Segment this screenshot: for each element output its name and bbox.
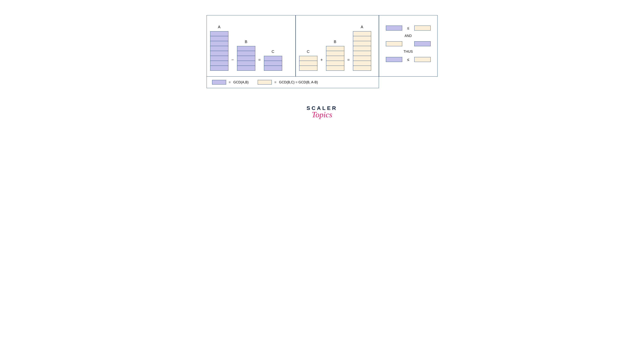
stack-A	[210, 31, 228, 71]
chip-purple	[386, 57, 402, 62]
block	[210, 56, 228, 61]
gcd-euclid-diagram: A − B = C C	[206, 15, 438, 88]
block	[264, 56, 282, 61]
col-B2: B	[326, 40, 344, 71]
rel-leq-2: ≤	[406, 58, 411, 62]
legend-row: = GCD(A,B) = GCD(B,C) = GCD(B, A-B)	[206, 77, 379, 88]
block	[210, 61, 228, 66]
col-A2: A	[353, 25, 371, 71]
block	[353, 41, 371, 46]
label-B: B	[245, 40, 247, 45]
legend-text-1: GCD(A,B)	[233, 80, 248, 84]
plus-op: +	[320, 58, 324, 62]
stack-B2	[326, 46, 344, 71]
legend-item-cream: = GCD(B,C) = GCD(B, A-B)	[258, 80, 318, 85]
relation-row-3: ≤	[382, 57, 434, 62]
block	[210, 36, 228, 41]
word-and: AND	[404, 34, 412, 38]
legend-chip-cream	[258, 80, 272, 85]
label-B2: B	[334, 40, 336, 45]
chip-purple	[414, 41, 430, 46]
block	[210, 31, 228, 36]
block	[353, 66, 371, 71]
relations-list: ≤ AND THUS ≤	[382, 26, 434, 62]
relation-row-2	[382, 41, 434, 46]
rel-leq-1: ≤	[406, 26, 411, 30]
block	[299, 56, 317, 61]
block	[210, 41, 228, 46]
scaler-topics-logo: SCALER Topics	[306, 105, 338, 119]
block	[237, 56, 255, 61]
block	[264, 66, 282, 71]
chip-cream	[414, 26, 430, 31]
chip-purple	[386, 26, 402, 31]
block	[326, 61, 344, 66]
stack-B	[237, 46, 255, 71]
panel-relations: ≤ AND THUS ≤	[379, 15, 438, 77]
label-A: A	[218, 25, 220, 30]
block	[299, 61, 317, 66]
block	[299, 66, 317, 71]
panels-row: A − B = C C	[206, 15, 438, 77]
block	[264, 61, 282, 66]
block	[326, 46, 344, 51]
block	[326, 51, 344, 56]
legend-eq-2: =	[274, 80, 276, 84]
block	[237, 46, 255, 51]
equals-op-2: =	[347, 58, 350, 62]
logo-line-2: Topics	[312, 110, 332, 119]
chip-cream	[414, 57, 430, 62]
block	[237, 66, 255, 71]
stack-C	[264, 56, 282, 71]
block	[353, 36, 371, 41]
bars-row-1: A − B = C	[210, 20, 292, 71]
block	[353, 61, 371, 66]
bars-row-2: C + B = A	[299, 20, 375, 71]
stack-A2	[353, 31, 371, 71]
block	[210, 46, 228, 51]
legend-chip-purple	[212, 80, 226, 85]
relation-row-1: ≤	[382, 26, 434, 31]
label-C: C	[272, 50, 274, 54]
col-C: C	[264, 50, 282, 71]
word-thus: THUS	[404, 50, 413, 54]
block	[353, 46, 371, 51]
block	[353, 31, 371, 36]
panel-addition: C + B = A	[296, 15, 379, 77]
chip-cream	[386, 41, 402, 46]
col-B: B	[237, 40, 255, 71]
block	[353, 56, 371, 61]
block	[210, 51, 228, 56]
label-A2: A	[361, 25, 363, 30]
stack-C2	[299, 56, 317, 71]
legend-eq-1: =	[229, 80, 231, 84]
legend-item-purple: = GCD(A,B)	[212, 80, 249, 85]
block	[326, 56, 344, 61]
block	[237, 61, 255, 66]
block	[326, 66, 344, 71]
block	[210, 66, 228, 71]
col-C2: C	[299, 50, 317, 71]
panel-subtraction: A − B = C	[206, 15, 296, 77]
legend-text-2: GCD(B,C) = GCD(B, A-B)	[279, 80, 318, 84]
block	[353, 51, 371, 56]
col-A: A	[210, 25, 228, 71]
label-C2: C	[307, 50, 310, 54]
block	[237, 51, 255, 56]
equals-op: =	[258, 58, 261, 62]
minus-op: −	[231, 58, 234, 62]
